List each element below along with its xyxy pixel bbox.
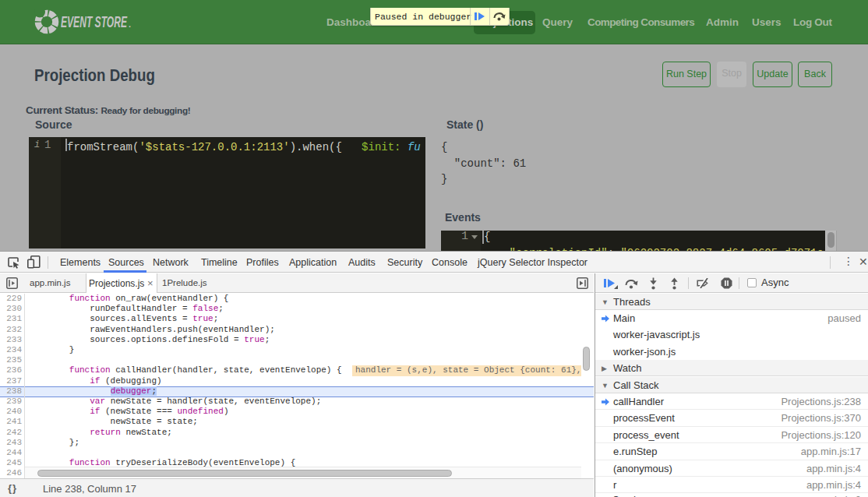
- svg-text:.: .: [129, 19, 131, 29]
- svg-text:EVENT STORE: EVENT STORE: [61, 13, 127, 30]
